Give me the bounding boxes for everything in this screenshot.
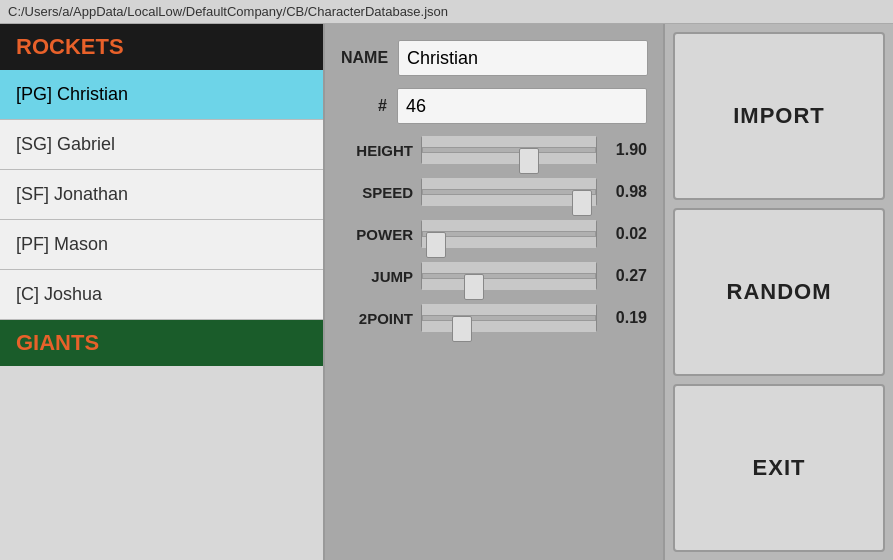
slider-label-2point: 2POINT (341, 310, 421, 327)
slider-label-jump: JUMP (341, 268, 421, 285)
player-item-christian[interactable]: [PG] Christian (0, 70, 323, 120)
player-item-jonathan[interactable]: [SF] Jonathan (0, 170, 323, 220)
center-panel: NAME # HEIGHT1.90SPEED0.98POWER0.02JUMP0… (325, 24, 665, 560)
left-panel: ROCKETS[PG] Christian[SG] Gabriel[SF] Jo… (0, 24, 325, 560)
team-header-rockets: ROCKETS (0, 24, 323, 70)
number-row: # (341, 88, 647, 124)
exit-button[interactable]: EXIT (673, 384, 885, 552)
slider-input-jump[interactable] (422, 262, 596, 290)
random-button[interactable]: RANDOM (673, 208, 885, 376)
slider-row-power: POWER0.02 (341, 220, 647, 248)
sliders-container: HEIGHT1.90SPEED0.98POWER0.02JUMP0.272POI… (341, 136, 647, 332)
slider-label-power: POWER (341, 226, 421, 243)
name-row: NAME (341, 40, 647, 76)
slider-track-jump (421, 262, 597, 290)
number-label: # (341, 97, 397, 115)
slider-row-2point: 2POINT0.19 (341, 304, 647, 332)
slider-track-speed (421, 178, 597, 206)
slider-input-2point[interactable] (422, 304, 596, 332)
number-input[interactable] (397, 88, 647, 124)
slider-input-power[interactable] (422, 220, 596, 248)
import-button[interactable]: IMPORT (673, 32, 885, 200)
team-header-giants: GIANTS (0, 320, 323, 366)
slider-track-power (421, 220, 597, 248)
slider-value-power: 0.02 (597, 225, 647, 243)
slider-label-height: HEIGHT (341, 142, 421, 159)
slider-row-speed: SPEED0.98 (341, 178, 647, 206)
slider-track-2point (421, 304, 597, 332)
title-bar: C:/Users/a/AppData/LocalLow/DefaultCompa… (0, 0, 893, 24)
slider-value-jump: 0.27 (597, 267, 647, 285)
name-label: NAME (341, 49, 398, 67)
slider-value-2point: 0.19 (597, 309, 647, 327)
slider-track-height (421, 136, 597, 164)
slider-input-height[interactable] (422, 136, 596, 164)
player-item-gabriel[interactable]: [SG] Gabriel (0, 120, 323, 170)
slider-row-height: HEIGHT1.90 (341, 136, 647, 164)
slider-value-height: 1.90 (597, 141, 647, 159)
file-path: C:/Users/a/AppData/LocalLow/DefaultCompa… (8, 4, 448, 19)
main-container: ROCKETS[PG] Christian[SG] Gabriel[SF] Jo… (0, 24, 893, 560)
slider-value-speed: 0.98 (597, 183, 647, 201)
name-input[interactable] (398, 40, 648, 76)
slider-input-speed[interactable] (422, 178, 596, 206)
right-panel: IMPORT RANDOM EXIT (665, 24, 893, 560)
slider-row-jump: JUMP0.27 (341, 262, 647, 290)
player-item-mason[interactable]: [PF] Mason (0, 220, 323, 270)
slider-label-speed: SPEED (341, 184, 421, 201)
player-item-joshua[interactable]: [C] Joshua (0, 270, 323, 320)
